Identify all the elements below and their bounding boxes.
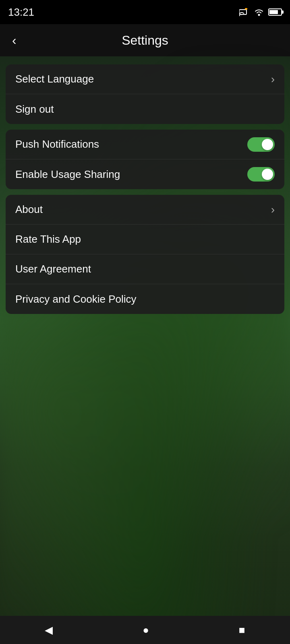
toggle-thumb-2 <box>262 169 273 180</box>
push-notifications-toggle[interactable] <box>247 137 275 152</box>
svg-rect-2 <box>245 8 247 10</box>
user-agreement-label: User Agreement <box>15 263 91 275</box>
top-nav: ‹ Settings <box>0 24 290 56</box>
toggle-track-2 <box>247 167 275 182</box>
card-about: About › Rate This App User Agreement Pri… <box>6 195 284 314</box>
usage-sharing-toggle[interactable] <box>247 167 275 182</box>
bottom-nav-bar: ◀ ● ■ <box>0 616 290 644</box>
privacy-cookie-label: Privacy and Cookie Policy <box>15 293 137 305</box>
cast-icon <box>239 8 250 16</box>
status-time: 13:21 <box>8 6 34 19</box>
about-item[interactable]: About › <box>6 195 284 225</box>
sign-out-item[interactable]: Sign out <box>6 94 284 124</box>
back-button[interactable]: ‹ <box>8 29 21 52</box>
status-icons <box>239 8 282 16</box>
page-title: Settings <box>122 33 168 48</box>
about-chevron-icon: › <box>271 203 275 216</box>
svg-point-1 <box>239 15 240 16</box>
rate-app-label: Rate This App <box>15 233 81 246</box>
settings-content: Select Language › Sign out Push Notifica… <box>0 56 290 322</box>
nav-home-button[interactable]: ● <box>135 620 157 640</box>
rate-app-item[interactable]: Rate This App <box>6 225 284 254</box>
wifi-icon <box>254 8 264 16</box>
chevron-right-icon: › <box>271 73 275 86</box>
card-toggles: Push Notifications Enable Usage Sharing <box>6 130 284 189</box>
toggle-track <box>247 137 275 152</box>
privacy-cookie-item[interactable]: Privacy and Cookie Policy <box>6 284 284 314</box>
usage-sharing-item[interactable]: Enable Usage Sharing <box>6 159 284 189</box>
svg-point-3 <box>258 14 260 16</box>
status-bar: 13:21 <box>0 0 290 24</box>
nav-back-button[interactable]: ◀ <box>37 620 61 640</box>
push-notifications-label: Push Notifications <box>15 138 99 151</box>
card-language-signout: Select Language › Sign out <box>6 64 284 124</box>
usage-sharing-label: Enable Usage Sharing <box>15 168 120 181</box>
svg-rect-0 <box>239 10 246 14</box>
toggle-thumb <box>262 139 273 150</box>
sign-out-label: Sign out <box>15 103 54 116</box>
about-label: About <box>15 203 43 216</box>
push-notifications-item[interactable]: Push Notifications <box>6 130 284 159</box>
select-language-label: Select Language <box>15 73 94 85</box>
user-agreement-item[interactable]: User Agreement <box>6 254 284 284</box>
nav-recent-button[interactable]: ■ <box>231 620 253 640</box>
select-language-item[interactable]: Select Language › <box>6 64 284 94</box>
battery-icon <box>268 8 282 16</box>
